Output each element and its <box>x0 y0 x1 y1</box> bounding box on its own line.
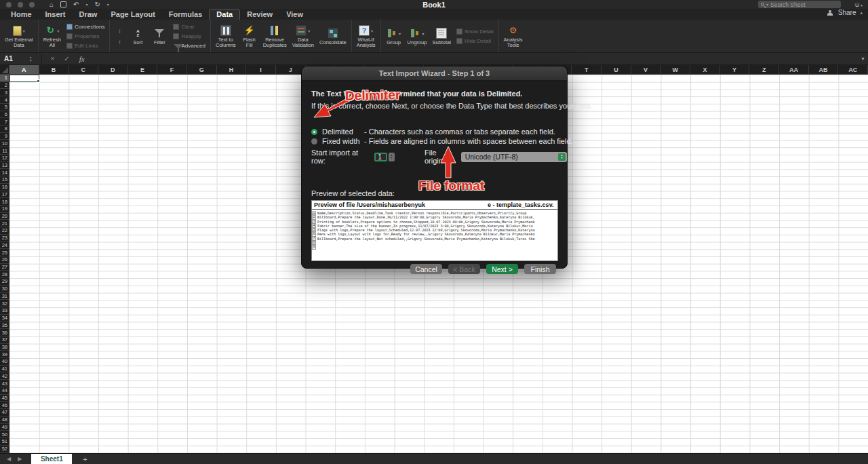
row-header-14[interactable]: 14 <box>0 169 9 176</box>
row-header-51[interactable]: 51 <box>0 438 9 446</box>
row-header-44[interactable]: 44 <box>0 387 9 395</box>
tab-formulas[interactable]: Formulas <box>162 9 210 20</box>
row-header-21[interactable]: 21 <box>0 220 9 227</box>
row-header-24[interactable]: 24 <box>0 242 9 250</box>
formula-bar-expand-icon[interactable]: ▼ <box>861 56 865 61</box>
column-header-w[interactable]: W <box>660 65 690 75</box>
row-header-26[interactable]: 26 <box>0 256 9 264</box>
tab-draw[interactable]: Draw <box>73 9 104 20</box>
group-button[interactable]: ▾Group <box>384 26 404 47</box>
row-header-13[interactable]: 13 <box>0 162 9 170</box>
advanced-button[interactable]: Advanced <box>173 41 205 50</box>
get-external-data-button[interactable]: ▾Get External Data <box>3 23 35 50</box>
column-header-z[interactable]: Z <box>749 65 779 75</box>
select-all-corner[interactable] <box>0 65 9 75</box>
name-box-stepper[interactable]: ▴▾ <box>30 56 32 62</box>
sort-asc-button[interactable]: ↓ <box>114 25 125 35</box>
preview-box[interactable]: Preview of file /Users/mishaserbenyuke -… <box>311 200 558 261</box>
tab-insert[interactable]: Insert <box>39 9 73 20</box>
row-header-9[interactable]: 9 <box>0 133 9 140</box>
row-header-48[interactable]: 48 <box>0 417 9 424</box>
search-input[interactable]: ▾ Search Sheet <box>758 1 841 8</box>
row-header-20[interactable]: 20 <box>0 213 9 220</box>
row-header-6[interactable]: 6 <box>0 111 9 119</box>
row-header-4[interactable]: 4 <box>0 96 9 104</box>
row-header-3[interactable]: 3 <box>0 89 9 96</box>
formula-input[interactable] <box>90 53 861 64</box>
column-header-c[interactable]: C <box>68 65 98 75</box>
row-header-50[interactable]: 50 <box>0 431 9 438</box>
tab-data[interactable]: Data <box>209 9 240 20</box>
name-box[interactable]: A1 <box>0 55 30 62</box>
subtotal-button[interactable]: Subtotal <box>430 26 453 47</box>
column-header-u[interactable]: U <box>601 65 631 75</box>
row-header-36[interactable]: 36 <box>0 329 9 336</box>
row-header-34[interactable]: 34 <box>0 315 9 322</box>
row-header-38[interactable]: 38 <box>0 344 9 351</box>
row-header-40[interactable]: 40 <box>0 358 9 366</box>
column-header-aa[interactable]: AA <box>779 65 809 75</box>
row-header-43[interactable]: 43 <box>0 380 9 387</box>
column-header-e[interactable]: E <box>128 65 158 75</box>
row-header-15[interactable]: 15 <box>0 176 9 184</box>
column-header-t[interactable]: T <box>572 65 601 75</box>
column-header-g[interactable]: G <box>187 65 217 75</box>
back-button[interactable]: < Back <box>448 264 480 274</box>
prev-sheet-icon[interactable]: ◀ <box>7 456 11 462</box>
column-header-x[interactable]: X <box>690 65 720 75</box>
insert-function-icon[interactable]: fx <box>79 55 85 63</box>
tab-view[interactable]: View <box>279 9 310 20</box>
row-header-39[interactable]: 39 <box>0 351 9 358</box>
row-header-30[interactable]: 30 <box>0 286 9 293</box>
row-header-23[interactable]: 23 <box>0 235 9 242</box>
next-sheet-icon[interactable]: ▶ <box>18 456 22 462</box>
filter-button[interactable]: Filter <box>149 26 170 47</box>
remove-duplicates-button[interactable]: Remove Duplicates <box>261 23 289 50</box>
collapse-ribbon-icon[interactable]: ▴ <box>860 10 863 16</box>
row-header-31[interactable]: 31 <box>0 293 9 301</box>
row-header-8[interactable]: 8 <box>0 125 9 133</box>
column-header-v[interactable]: V <box>631 65 661 75</box>
row-header-7[interactable]: 7 <box>0 118 9 125</box>
row-header-49[interactable]: 49 <box>0 424 9 431</box>
row-header-42[interactable]: 42 <box>0 372 9 380</box>
sort-button[interactable]: A ZSort <box>127 26 148 47</box>
row-header-11[interactable]: 11 <box>0 147 9 155</box>
sheet-tab-sheet1[interactable]: Sheet1 <box>31 454 72 464</box>
column-header-f[interactable]: F <box>157 65 187 75</box>
delimited-radio[interactable] <box>311 129 317 135</box>
start-row-input[interactable]: 1 <box>374 153 387 161</box>
column-header-d[interactable]: D <box>98 65 128 75</box>
row-header-47[interactable]: 47 <box>0 409 9 417</box>
row-header-33[interactable]: 33 <box>0 307 9 315</box>
row-header-35[interactable]: 35 <box>0 322 9 329</box>
text-to-columns-button[interactable]: Text to Columns <box>214 23 238 50</box>
row-header-2[interactable]: 2 <box>0 82 9 90</box>
tab-review[interactable]: Review <box>240 9 279 20</box>
column-header-ac[interactable]: AC <box>838 65 868 75</box>
dialog-title[interactable]: Text Import Wizard - Step 1 of 3 <box>302 66 567 81</box>
row-header-10[interactable]: 10 <box>0 140 9 147</box>
tab-home[interactable]: Home <box>4 9 39 20</box>
row-header-46[interactable]: 46 <box>0 402 9 409</box>
add-sheet-button[interactable]: + <box>83 455 87 463</box>
row-header-19[interactable]: 19 <box>0 206 9 213</box>
row-header-12[interactable]: 12 <box>0 155 9 162</box>
row-header-16[interactable]: 16 <box>0 184 9 191</box>
row-header-37[interactable]: 37 <box>0 336 9 344</box>
what-if-analysis-button[interactable]: ?▾What-If Analysis <box>355 23 378 50</box>
selected-cell-a1[interactable] <box>9 75 39 82</box>
row-header-45[interactable]: 45 <box>0 395 9 402</box>
row-header-5[interactable]: 5 <box>0 104 9 111</box>
next-button[interactable]: Next > <box>486 264 518 274</box>
connections-button[interactable]: Connections <box>66 22 104 31</box>
flash-fill-button[interactable]: ⚡Flash Fill <box>239 23 260 50</box>
share-button[interactable]: Share <box>838 9 856 16</box>
fixed-width-radio[interactable] <box>311 138 317 144</box>
data-validation-button[interactable]: ▾Data Validation <box>290 23 316 50</box>
confirm-entry-icon[interactable]: ✓ <box>64 55 69 62</box>
row-header-22[interactable]: 22 <box>0 227 9 235</box>
ungroup-button[interactable]: ▾Ungroup <box>406 26 429 47</box>
consolidate-button[interactable]: Consolidate <box>317 26 349 47</box>
row-header-32[interactable]: 32 <box>0 300 9 307</box>
